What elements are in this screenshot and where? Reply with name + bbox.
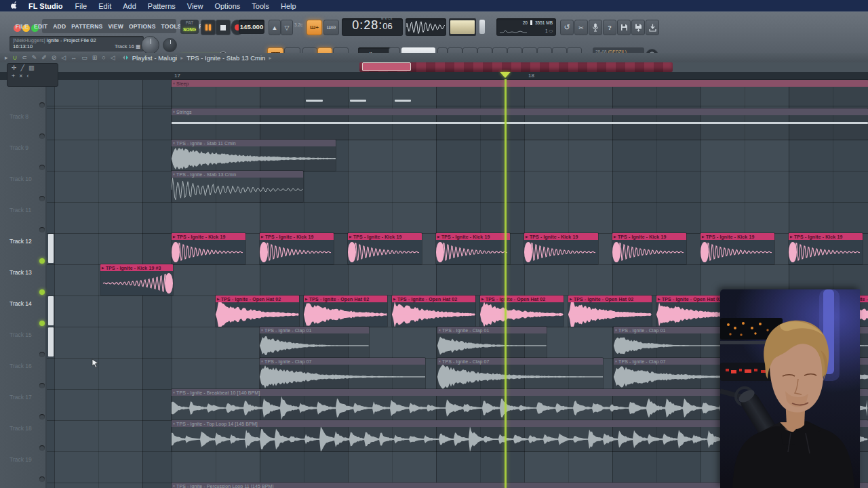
track-header-track-19[interactable]: Track 19 — [9, 456, 32, 463]
playlist-clip[interactable]: ▶TPS - Ignite - Kick 19 — [348, 233, 422, 264]
track-header-track-18[interactable]: Track 18 — [9, 425, 32, 432]
pat-song-toggle[interactable]: PAT SONG — [180, 20, 199, 34]
playlist-clip[interactable]: ▶TPS - Ignite - Open Hat 02 — [216, 296, 299, 327]
toolbox-tool-2[interactable]: ▥ — [28, 64, 35, 71]
playlist-timeline[interactable]: 1718 — [0, 72, 868, 80]
track-header-track-12[interactable]: Track 12 — [9, 238, 32, 245]
track-mute-led[interactable] — [39, 414, 45, 420]
playlist-clip[interactable]: ×Strings — [172, 108, 868, 140]
macos-menu-edit[interactable]: Edit — [98, 2, 111, 10]
zoom-icon[interactable]: ○ — [102, 53, 105, 62]
playlist-clip[interactable]: ▶TPS - Ignite - Kick 19 — [701, 233, 774, 264]
fl-menu-bar[interactable]: FILEEDITADDPATTERNSVIEWOPTIONSTOOLSHELP — [42, 19, 176, 33]
pointer-icon[interactable]: ▸ — [5, 53, 8, 62]
playlist-clip[interactable]: ×TPS - Ignite - Clap 01 — [437, 327, 547, 358]
save-icon[interactable] — [617, 20, 631, 35]
apple-icon[interactable] — [11, 1, 19, 10]
loop-record-button[interactable]: ШΘ — [323, 20, 339, 35]
select-icon[interactable]: ⊞ — [92, 53, 98, 62]
track-header-track-10[interactable]: Track 10 — [9, 176, 32, 182]
fl-menu-options[interactable]: OPTIONS — [129, 23, 156, 30]
playlist-clip[interactable]: ▶TPS - Ignite - Kick 19 — [789, 233, 863, 264]
pencil-icon[interactable]: ✎ — [32, 53, 37, 62]
macos-menu-patterns[interactable]: Patterns — [148, 2, 176, 10]
track-mute-led[interactable] — [39, 102, 45, 108]
metronome-icon[interactable]: ▲ — [269, 20, 281, 35]
scroll-view-window[interactable] — [362, 62, 411, 71]
playlist-clip[interactable]: ▶TPS - Ignite - Kick 19 — [260, 233, 334, 264]
stop-button[interactable] — [216, 20, 231, 35]
paint-icon[interactable]: ▭ — [81, 53, 87, 62]
save-as-icon[interactable] — [631, 20, 645, 35]
preview-icon[interactable]: ◁ — [111, 53, 115, 62]
track-header-track-17[interactable]: Track 17 — [9, 394, 32, 401]
typing-keyboard-button[interactable]: Ш+ — [307, 20, 322, 35]
playlist-clip[interactable]: ×TPS - Ignite - Clap 01 — [260, 327, 369, 358]
horizontal-scrollbar[interactable] — [359, 62, 673, 72]
playlist-clip[interactable]: ▶TPS - Ignite - Open Hat 02 — [304, 296, 387, 327]
fl-menu-tools[interactable]: TOOLS — [161, 23, 182, 30]
song-label[interactable]: SONG — [180, 26, 199, 33]
track-mute-led[interactable] — [39, 352, 45, 357]
track-header-track-16[interactable]: Track 16 — [9, 363, 32, 369]
playlist-clip[interactable]: ▶TPS - Ignite - Open Hat 02 — [392, 296, 475, 327]
track-header-track-8[interactable]: Track 8 — [9, 113, 28, 120]
track-mute-led[interactable] — [39, 258, 45, 264]
volume-pill[interactable] — [479, 20, 485, 34]
macos-menu-help[interactable]: Help — [281, 2, 296, 10]
macos-menu-tools[interactable]: Tools — [252, 2, 269, 10]
playlist-clip[interactable]: ×TPS - Ignite - Stab 11 Cmin — [172, 140, 336, 171]
bpm-display[interactable]: 145.000 — [239, 20, 264, 34]
playlist-clip[interactable]: ▶TPS - Ignite - Kick 19 — [436, 233, 510, 264]
playlist-toolbox[interactable]: ✛╱▥+×‹ — [7, 63, 58, 87]
playhead-marker[interactable] — [500, 72, 511, 78]
delete-icon[interactable]: ⊘ — [52, 53, 57, 62]
track-header-track-9[interactable]: Track 9 — [9, 144, 28, 151]
track-mute-led[interactable] — [39, 165, 45, 170]
fl-menu-patterns[interactable]: PATTERNS — [71, 23, 102, 30]
playlist-clip[interactable]: ×TPS - Ignite - Clap 07 — [437, 358, 603, 389]
track-mute-led[interactable] — [39, 321, 45, 326]
main-pitch-knob[interactable] — [163, 38, 177, 52]
brush-icon[interactable]: ✐ — [41, 53, 47, 62]
macos-menu-file[interactable]: File — [75, 2, 87, 10]
toolbox-action-1[interactable]: × — [19, 73, 22, 79]
track-header-track-13[interactable]: Track 13 — [9, 269, 32, 276]
track-header-track-15[interactable]: Track 15 — [9, 331, 32, 338]
fl-menu-view[interactable]: VIEW — [108, 23, 123, 30]
paperclip-icon[interactable]: ⊂ — [22, 53, 27, 62]
mic-icon[interactable] — [589, 20, 602, 35]
time-display[interactable]: 0:28: M:S:CS06 — [342, 18, 403, 36]
playlist-clip[interactable]: ▶TPS - Ignite - Kick 19 — [524, 233, 598, 264]
fl-menu-file[interactable]: FILE — [16, 23, 28, 30]
fl-menu-add[interactable]: ADD — [53, 23, 66, 30]
track-mute-led[interactable] — [39, 383, 45, 388]
track-mute-led[interactable] — [39, 445, 45, 451]
macos-menu-options[interactable]: Options — [214, 2, 240, 10]
track-mute-led[interactable] — [39, 134, 45, 139]
track-header-track-14[interactable]: Track 14 — [9, 300, 32, 307]
track-mute-led[interactable] — [39, 289, 45, 295]
stretch-icon[interactable]: ↔ — [71, 53, 77, 62]
playlist-titlebar[interactable]: ▸∪⊂✎✐⊘◁↔▭⊞○◁ Playlist - Malugi ▸ TPS - I… — [0, 53, 868, 62]
toolbox-tool-1[interactable]: ╱ — [21, 64, 24, 71]
pat-label[interactable]: PAT — [180, 20, 199, 26]
track-mute-led[interactable] — [39, 196, 45, 201]
track-header-track-11[interactable]: Track 11 — [9, 207, 31, 214]
help-icon[interactable]: ? — [603, 20, 616, 35]
playlist-clip[interactable]: ×Sleep — [172, 80, 868, 108]
fl-menu-edit[interactable]: EDIT — [34, 23, 47, 30]
undo-icon[interactable]: ↺ — [560, 20, 574, 35]
macos-menu-add[interactable]: Add — [123, 2, 136, 10]
toolbox-action-2[interactable]: ‹ — [27, 73, 29, 79]
pause-button[interactable] — [201, 20, 216, 35]
wait-input-icon[interactable]: ▽ — [281, 20, 293, 35]
macos-menu-view[interactable]: View — [187, 2, 203, 10]
cut-icon[interactable]: ✂ — [574, 20, 588, 35]
export-icon[interactable] — [646, 20, 659, 35]
playlist-clip[interactable]: ▶TPS - Ignite - Open Hat 02 — [568, 296, 652, 327]
playlist-clip[interactable]: ▶TPS - Ignite - Open Hat 02 — [480, 296, 564, 327]
playlist-clip[interactable]: ▶TPS - Ignite - Kick 19 #3 — [100, 264, 173, 296]
playlist-clip[interactable]: ×TPS - Ignite - Clap 07 — [260, 358, 425, 389]
mute-icon[interactable]: ◁ — [61, 53, 66, 62]
